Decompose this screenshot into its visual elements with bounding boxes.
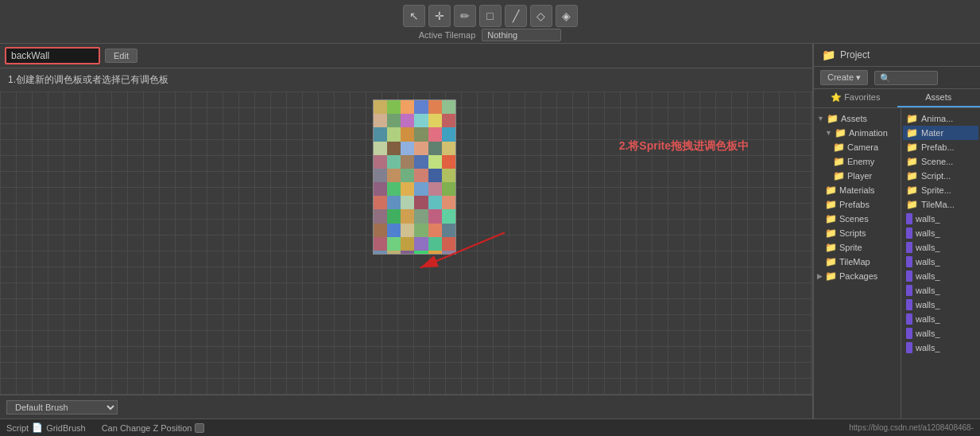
asset-item-walls-6[interactable]: walls_ — [903, 283, 978, 298]
tile-palette-grid[interactable] — [373, 99, 456, 255]
rect-tool[interactable]: □ — [479, 5, 502, 27]
tree-item-packages[interactable]: ▶ 📁 Packages — [814, 269, 901, 283]
asset-item-script[interactable]: 📁 Script... — [903, 169, 978, 183]
palette-bottom: Default Brush — [0, 395, 812, 418]
asset-item-prefab[interactable]: 📁 Prefab... — [903, 140, 978, 154]
tree-item-player[interactable]: 📁 Player — [814, 169, 901, 183]
asset-item-walls-7[interactable]: walls_ — [903, 298, 978, 312]
asset-item-anima[interactable]: 📁 Anima... — [903, 111, 978, 126]
project-title: Project — [840, 49, 870, 60]
asset-item-mater[interactable]: 📁 Mater — [903, 126, 978, 140]
select-tool[interactable]: ↖ — [403, 5, 425, 27]
main-area: Edit 1.创建新的调色板或者选择已有调色板 2.将Sprite — [0, 44, 980, 418]
palette-header: Edit — [0, 44, 812, 68]
palette-name-input[interactable] — [5, 47, 100, 64]
active-tilemap-label: Active Tilemap — [419, 30, 476, 40]
asset-item-scene[interactable]: 📁 Scene... — [903, 154, 978, 169]
project-search-input[interactable] — [874, 71, 938, 85]
asset-item-tilema[interactable]: 📁 TileMa... — [903, 197, 978, 212]
tree-item-scripts[interactable]: 📁 Scripts — [814, 226, 901, 240]
can-change-checkbox[interactable] — [195, 423, 204, 433]
asset-item-sprite[interactable]: 📁 Sprite... — [903, 183, 978, 197]
toolbar-icons: ↖ ✛ ✏ □ ╱ ◇ ◈ — [403, 0, 578, 29]
active-tilemap-dropdown[interactable]: Nothing — [482, 29, 561, 41]
brush-select[interactable]: Default Brush — [6, 400, 118, 415]
asset-item-walls-10[interactable]: walls_ — [903, 341, 978, 355]
can-change-z-section: Can Change Z Position — [102, 423, 205, 433]
tab-assets[interactable]: Assets — [897, 89, 981, 107]
tree-item-camera[interactable]: 📁 Camera — [814, 140, 901, 154]
tree-item-tilemap[interactable]: 📁 TileMap — [814, 255, 901, 269]
tree-item-assets[interactable]: ▼ 📁 Assets — [814, 111, 901, 126]
paint-tool[interactable]: ✏ — [454, 5, 476, 27]
asset-item-walls-4[interactable]: walls_ — [903, 255, 978, 269]
line-tool[interactable]: ╱ — [505, 5, 527, 27]
tree-item-enemy[interactable]: 📁 Enemy — [814, 154, 901, 169]
project-content: ▼ 📁 Assets ▼ 📁 Animation 📁 Camera 📁 Enem… — [814, 108, 980, 418]
toolbar: ↖ ✛ ✏ □ ╱ ◇ ◈ Active Tilemap Nothing — [0, 0, 980, 44]
create-button[interactable]: Create ▾ — [820, 70, 868, 85]
asset-item-walls-2[interactable]: walls_ — [903, 226, 978, 240]
project-folder-icon: 📁 — [822, 49, 835, 61]
project-toolbar: Create ▾ — [814, 67, 980, 89]
script-label: Script — [6, 423, 29, 433]
erase-tool[interactable]: ◇ — [530, 5, 552, 27]
script-section: Script 📄 GridBrush — [6, 422, 86, 433]
asset-item-walls-8[interactable]: walls_ — [903, 312, 978, 326]
palette-edit-button[interactable]: Edit — [105, 49, 138, 63]
status-bar: Script 📄 GridBrush Can Change Z Position… — [0, 418, 980, 436]
tab-favorites[interactable]: ⭐ Favorites — [814, 89, 897, 107]
move-tool[interactable]: ✛ — [428, 5, 451, 27]
asset-item-walls-3[interactable]: walls_ — [903, 240, 978, 255]
url-text: https://blog.csdn.net/a1208408468- — [849, 423, 974, 432]
asset-item-walls-5[interactable]: walls_ — [903, 269, 978, 283]
tree-item-materials[interactable]: 📁 Materials — [814, 183, 901, 197]
tree-item-animation[interactable]: ▼ 📁 Animation — [814, 126, 901, 140]
can-change-label: Can Change Z Position — [102, 423, 192, 433]
palette-instruction: 1.创建新的调色板或者选择已有调色板 — [0, 68, 812, 91]
assets-column: 📁 Anima... 📁 Mater 📁 Prefab... 📁 Scene..… — [901, 108, 980, 418]
fill-tool[interactable]: ◈ — [556, 5, 578, 27]
project-panel: 📁 Project Create ▾ ⭐ Favorites Assets ▼ … — [813, 44, 980, 418]
asset-item-walls-9[interactable]: walls_ — [903, 326, 978, 341]
script-value: GridBrush — [46, 423, 86, 433]
project-tree: ▼ 📁 Assets ▼ 📁 Animation 📁 Camera 📁 Enem… — [814, 108, 901, 418]
active-tilemap-row: Active Tilemap Nothing — [419, 29, 562, 45]
palette-canvas-area: 2.将Sprite拖拽进调色板中 — [0, 91, 812, 395]
tree-item-prefabs[interactable]: 📁 Prefabs — [814, 197, 901, 212]
project-header: 📁 Project — [814, 44, 980, 67]
project-tabs: ⭐ Favorites Assets — [814, 89, 980, 108]
tree-item-sprite[interactable]: 📁 Sprite — [814, 240, 901, 255]
palette-panel: Edit 1.创建新的调色板或者选择已有调色板 2.将Sprite — [0, 44, 813, 418]
asset-item-walls-1[interactable]: walls_ — [903, 212, 978, 226]
drag-instruction: 2.将Sprite拖拽进调色板中 — [619, 139, 749, 154]
tree-item-scenes[interactable]: 📁 Scenes — [814, 212, 901, 226]
